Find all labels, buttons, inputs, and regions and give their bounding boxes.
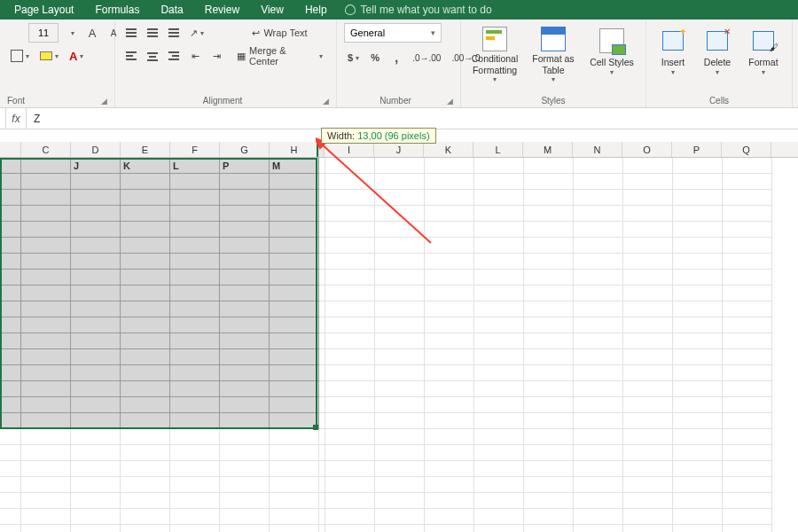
cell[interactable] — [425, 317, 474, 333]
cell[interactable] — [474, 381, 524, 397]
cell[interactable] — [0, 158, 21, 174]
cell[interactable] — [474, 493, 524, 509]
cell[interactable] — [325, 286, 375, 301]
cell[interactable] — [375, 174, 425, 190]
cell[interactable] — [0, 174, 21, 190]
cell[interactable] — [170, 477, 220, 493]
cell[interactable] — [375, 349, 425, 365]
cell[interactable] — [574, 286, 623, 301]
cell[interactable] — [673, 301, 723, 317]
cell[interactable] — [474, 365, 524, 381]
cell[interactable] — [723, 349, 772, 365]
cell[interactable] — [319, 525, 325, 532]
borders-button[interactable] — [7, 46, 33, 66]
column-headers[interactable]: CDEFGHIJKLMNOPQ — [0, 142, 798, 158]
cell[interactable] — [21, 381, 71, 397]
cell[interactable] — [0, 365, 21, 381]
cell[interactable] — [170, 301, 220, 317]
cell[interactable] — [524, 445, 574, 461]
cell[interactable] — [21, 509, 71, 525]
cell[interactable] — [21, 174, 71, 190]
cell[interactable] — [170, 381, 220, 397]
cell[interactable] — [723, 493, 772, 509]
cell[interactable] — [474, 397, 524, 413]
insert-cells-button[interactable]: Insert▾ — [653, 23, 692, 82]
cell[interactable] — [623, 429, 673, 445]
cell[interactable] — [574, 445, 623, 461]
column-header-J[interactable]: J — [374, 142, 424, 157]
cell[interactable] — [220, 301, 270, 317]
cell[interactable] — [319, 365, 325, 381]
cell[interactable] — [524, 222, 574, 238]
cell[interactable] — [425, 365, 474, 381]
cell[interactable] — [220, 525, 270, 532]
cell[interactable] — [425, 190, 474, 206]
cell[interactable] — [220, 270, 270, 286]
cell[interactable] — [723, 461, 772, 477]
cell[interactable] — [121, 461, 170, 477]
alignment-launcher[interactable]: ◢ — [323, 97, 329, 106]
cell[interactable] — [524, 206, 574, 222]
cell[interactable] — [723, 445, 772, 461]
column-header-K[interactable]: K — [424, 142, 473, 157]
percent-format-button[interactable] — [366, 48, 384, 67]
cell[interactable] — [121, 254, 170, 270]
cell[interactable] — [170, 174, 220, 190]
cell[interactable] — [524, 190, 574, 206]
cell[interactable] — [21, 254, 71, 270]
cell[interactable] — [170, 461, 220, 477]
cell[interactable] — [375, 397, 425, 413]
cell[interactable] — [425, 509, 474, 525]
cell[interactable] — [121, 525, 170, 532]
cell[interactable] — [574, 222, 623, 238]
align-right-button[interactable] — [165, 46, 183, 66]
cell[interactable] — [723, 317, 772, 333]
cell[interactable] — [71, 493, 121, 509]
cell[interactable] — [574, 301, 623, 317]
cell[interactable] — [170, 222, 220, 238]
cell[interactable] — [673, 525, 723, 532]
cell[interactable] — [71, 238, 121, 254]
cell[interactable] — [375, 222, 425, 238]
cell[interactable] — [375, 413, 425, 429]
cell[interactable] — [524, 270, 574, 286]
cell[interactable] — [270, 429, 319, 445]
cell[interactable] — [723, 365, 772, 381]
cell[interactable] — [121, 270, 170, 286]
cell[interactable] — [0, 493, 21, 509]
cell[interactable] — [375, 493, 425, 509]
cell[interactable] — [524, 525, 574, 532]
cell[interactable] — [425, 254, 474, 270]
cell[interactable] — [673, 174, 723, 190]
cell[interactable] — [425, 381, 474, 397]
cell[interactable] — [673, 445, 723, 461]
cell[interactable] — [574, 333, 623, 349]
cell[interactable] — [319, 158, 325, 174]
cell[interactable] — [71, 317, 121, 333]
merge-center-button[interactable]: ▦ Merge & Center — [231, 46, 329, 66]
tell-me-search[interactable]: Tell me what you want to do — [338, 4, 492, 16]
cell[interactable] — [673, 397, 723, 413]
cell[interactable] — [270, 238, 319, 254]
cell[interactable] — [425, 286, 474, 301]
cell[interactable] — [623, 461, 673, 477]
cell[interactable] — [220, 477, 270, 493]
cell[interactable] — [319, 174, 325, 190]
column-header-blank[interactable] — [0, 142, 21, 157]
cell[interactable] — [319, 238, 325, 254]
cell[interactable] — [270, 349, 319, 365]
cell[interactable] — [623, 477, 673, 493]
cell[interactable] — [0, 206, 21, 222]
cell[interactable] — [524, 493, 574, 509]
cell[interactable] — [673, 333, 723, 349]
cell[interactable] — [170, 525, 220, 532]
increase-decimal-button[interactable]: .0→.00 — [409, 48, 444, 67]
cell[interactable] — [524, 397, 574, 413]
format-as-table-button[interactable]: Format as Table▾ — [527, 23, 580, 82]
cell[interactable] — [270, 333, 319, 349]
cell[interactable] — [474, 461, 524, 477]
cell[interactable] — [170, 286, 220, 301]
cell[interactable] — [325, 445, 375, 461]
conditional-formatting-button[interactable]: Conditional Formatting▾ — [468, 23, 521, 82]
cell[interactable] — [524, 413, 574, 429]
